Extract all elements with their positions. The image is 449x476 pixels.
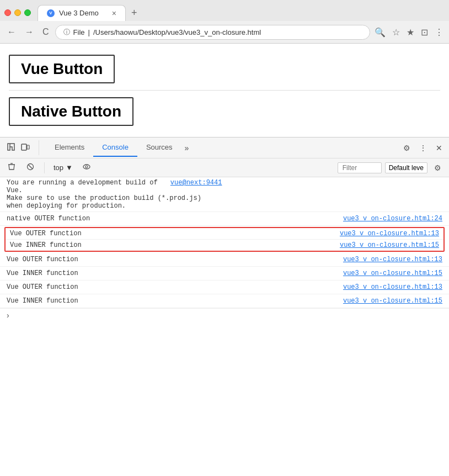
context-label: top <box>54 163 63 172</box>
eye-icon[interactable] <box>79 161 94 174</box>
filter-settings-icon[interactable]: ⚙ <box>431 162 445 174</box>
tab-title: Vue 3 Demo <box>59 9 99 17</box>
svg-point-5 <box>85 166 88 168</box>
console-line: Vue OUTER function vue3 v on-closure.htm… <box>0 281 449 294</box>
more-tabs-button[interactable]: » <box>181 139 193 157</box>
console-text: Vue INNER function <box>7 296 334 306</box>
console-text: native OUTER function <box>7 214 334 224</box>
new-tab-button[interactable]: + <box>128 6 141 20</box>
more-options-icon[interactable]: ⋮ <box>417 141 429 155</box>
console-source-link[interactable]: vue3 v on-closure.html:15 <box>343 268 442 278</box>
svg-point-4 <box>83 165 90 169</box>
stop-icon[interactable] <box>23 161 38 174</box>
traffic-lights <box>4 9 31 16</box>
filter-area: Default leve ⚙ <box>338 162 445 174</box>
console-line: Vue OUTER function vue3 v on-closure.htm… <box>0 253 449 267</box>
console-text: Vue OUTER function <box>7 282 334 292</box>
svg-rect-1 <box>27 145 29 149</box>
search-icon[interactable]: 🔍 <box>373 26 387 39</box>
address-input[interactable]: ⓘ File | /Users/haowu/Desktop/vue3/vue3_… <box>55 25 370 40</box>
filter-input[interactable] <box>338 162 382 173</box>
clear-console-icon[interactable] <box>4 161 19 174</box>
console-text: Vue OUTER function <box>7 255 334 265</box>
tab-favicon: V <box>47 9 55 17</box>
security-icon: ⓘ <box>63 28 70 37</box>
refresh-button[interactable]: C <box>40 26 52 38</box>
console-warning-message: You are running a development build of v… <box>0 177 449 212</box>
log-level-select[interactable]: Default leve <box>385 162 427 173</box>
devtools-tabs: Elements Console Sources » ⚙ ⋮ ✕ <box>0 137 449 158</box>
vue-next-link[interactable]: vue@next:9441 <box>170 179 222 187</box>
console-line: native OUTER function vue3 v on-closure.… <box>0 212 449 226</box>
inspector-icon[interactable] <box>4 140 18 155</box>
console-text: Vue INNER function <box>10 241 331 249</box>
address-path: /Users/haowu/Desktop/vue3/vue3_v_on-clos… <box>93 28 261 36</box>
back-button[interactable]: ← <box>4 26 19 38</box>
vue-button-container: Vue Button <box>9 50 440 88</box>
tab-sources[interactable]: Sources <box>137 139 181 157</box>
devtools-panel: Elements Console Sources » ⚙ ⋮ ✕ <box>0 137 449 322</box>
address-bar: ← → C ⓘ File | /Users/haowu/Desktop/vue3… <box>0 21 449 43</box>
svg-rect-0 <box>22 144 26 150</box>
console-line: Vue INNER function vue3 v on-closure.htm… <box>0 294 449 308</box>
toolbar-icons: 🔍 ☆ ★ ⊡ ⋮ <box>373 26 445 39</box>
native-button[interactable]: Native Button <box>9 97 133 126</box>
minimize-window-button[interactable] <box>14 9 21 16</box>
tab-bar: V Vue 3 Demo × + <box>0 0 449 21</box>
console-line: Vue INNER function vue3 v on-closure.htm… <box>0 267 449 281</box>
console-line: Vue INNER function vue3 v on-closure.htm… <box>6 240 443 251</box>
highlighted-console-group: Vue OUTER function vue3 v on-closure.htm… <box>4 227 445 252</box>
console-source-link[interactable]: vue3 v on-closure.html:15 <box>343 296 442 306</box>
address-protocol: File <box>73 28 85 36</box>
context-dropdown-icon: ▼ <box>66 163 73 172</box>
divider <box>9 90 440 91</box>
menu-icon[interactable]: ⋮ <box>434 26 445 39</box>
console-text: Vue OUTER function <box>10 230 331 237</box>
tab-close-button[interactable]: × <box>112 9 116 18</box>
svg-line-3 <box>28 165 33 169</box>
maximize-window-button[interactable] <box>24 9 31 16</box>
vue-button[interactable]: Vue Button <box>9 55 115 83</box>
device-toggle-icon[interactable] <box>19 140 32 155</box>
context-selector[interactable]: top ▼ <box>51 162 75 173</box>
console-warning-text: You are running a development build of v… <box>7 179 442 210</box>
devtools-toolbar: top ▼ Default leve ⚙ <box>0 158 449 177</box>
bookmark-icon[interactable]: ★ <box>405 26 415 39</box>
console-source-link[interactable]: vue3 v on-closure.html:13 <box>343 282 442 292</box>
native-button-container: Native Button <box>9 93 440 130</box>
account-icon[interactable]: ⊡ <box>420 26 429 39</box>
console-source-link[interactable]: vue3 v on-closure.html:13 <box>340 230 439 237</box>
close-devtools-icon[interactable]: ✕ <box>434 141 445 155</box>
console-source-link[interactable]: vue3 v on-closure.html:24 <box>343 214 442 224</box>
console-line: Vue OUTER function vue3 v on-closure.htm… <box>6 228 443 240</box>
devtools-tab-icons <box>4 140 39 155</box>
tab-console[interactable]: Console <box>93 139 137 157</box>
close-window-button[interactable] <box>4 9 11 16</box>
devtools-actions: ⚙ ⋮ ✕ <box>401 141 445 155</box>
browser-chrome: V Vue 3 Demo × + ← → C ⓘ File | /Users/h… <box>0 0 449 44</box>
toolbar-separator <box>44 162 45 173</box>
console-text: Vue INNER function <box>7 268 334 278</box>
page-content: Vue Button Native Button <box>0 44 449 137</box>
console-source-link[interactable]: vue3 v on-closure.html:15 <box>340 241 439 249</box>
bookmark-star-icon[interactable]: ☆ <box>391 26 401 39</box>
tab-elements[interactable]: Elements <box>46 139 93 157</box>
active-tab[interactable]: V Vue 3 Demo × <box>38 5 126 21</box>
forward-button[interactable]: → <box>22 26 36 38</box>
console-source-link[interactable]: vue3 v on-closure.html:13 <box>343 255 442 265</box>
console-caret: › <box>7 311 9 320</box>
settings-icon[interactable]: ⚙ <box>401 141 413 155</box>
console-input-area: › <box>0 308 449 322</box>
console-output: You are running a development build of v… <box>0 177 449 308</box>
